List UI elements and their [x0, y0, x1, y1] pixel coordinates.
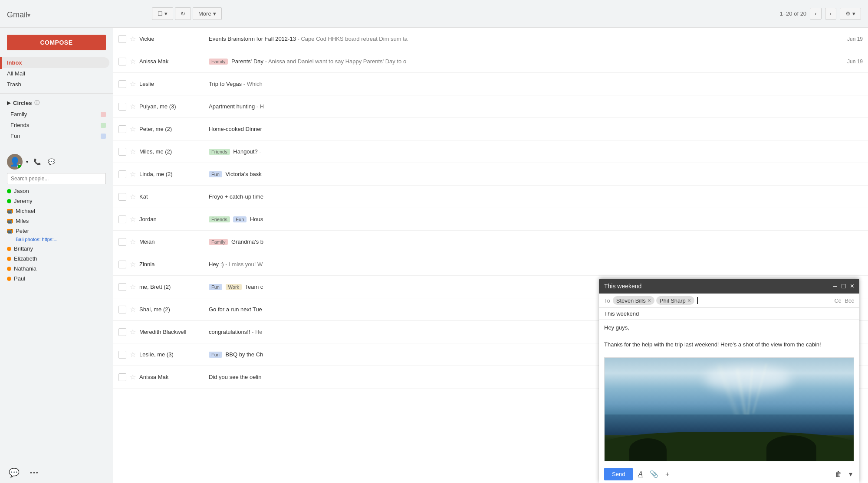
- contact-item-miles[interactable]: 📹 Miles: [0, 216, 113, 226]
- star-icon[interactable]: ☆: [130, 328, 136, 336]
- star-icon[interactable]: ☆: [130, 373, 136, 381]
- fun-dot: [101, 134, 106, 139]
- star-icon[interactable]: ☆: [130, 215, 136, 223]
- gmail-logo[interactable]: Gmail▾: [7, 8, 30, 20]
- next-page-btn[interactable]: ›: [825, 8, 836, 20]
- star-icon[interactable]: ☆: [130, 102, 136, 111]
- email-checkbox[interactable]: [118, 148, 126, 156]
- contact-item-jeremy[interactable]: Jeremy: [0, 196, 113, 206]
- contact-item-jason[interactable]: Jason: [0, 186, 113, 196]
- phone-icon-btn[interactable]: 📞: [32, 157, 43, 167]
- compose-subject-input[interactable]: [604, 310, 854, 317]
- more-btn[interactable]: More ▾: [193, 7, 222, 20]
- sidebar: COMPOSE Inbox All Mail Trash ▶ Circles ⓘ…: [0, 28, 113, 483]
- avatar-row: 👤 ▾ 📞 💬: [0, 152, 113, 171]
- email-sender: Leslie: [139, 81, 209, 87]
- table-row[interactable]: ☆ Meian Family Grandma's b: [113, 231, 868, 253]
- paul-status-icon: [7, 277, 11, 281]
- star-icon[interactable]: ☆: [130, 260, 136, 268]
- sidebar-item-friends[interactable]: Friends: [0, 120, 113, 131]
- contact-item-brittany[interactable]: Brittany: [0, 244, 113, 254]
- minimize-btn[interactable]: –: [833, 282, 837, 290]
- table-row[interactable]: ☆ Puiyan, me (3) Apartment hunting - H: [113, 95, 868, 118]
- sidebar-item-all-mail[interactable]: All Mail: [0, 68, 109, 79]
- sidebar-item-family[interactable]: Family: [0, 109, 113, 120]
- sidebar-item-trash[interactable]: Trash: [0, 79, 109, 90]
- star-icon[interactable]: ☆: [130, 57, 136, 65]
- select-checkbox-btn[interactable]: ☐ ▾: [152, 7, 173, 20]
- table-row[interactable]: ☆ Vickie Events Brainstorm for Fall 2012…: [113, 28, 868, 50]
- email-checkbox[interactable]: [118, 283, 126, 291]
- remove-steven-btn[interactable]: ×: [648, 297, 651, 304]
- compose-button[interactable]: COMPOSE: [7, 35, 106, 50]
- table-row[interactable]: ☆ Peter, me (2) Home-cooked Dinner: [113, 118, 868, 140]
- email-checkbox[interactable]: [118, 306, 126, 313]
- contact-item-michael[interactable]: 📹 Michael: [0, 206, 113, 216]
- contact-name-nathania: Nathania: [14, 265, 36, 272]
- table-row[interactable]: ☆ Zinnia Hey :) - I miss you! W: [113, 253, 868, 276]
- gmail-logo-text: Gmail: [7, 10, 27, 19]
- star-icon[interactable]: ☆: [130, 35, 136, 43]
- circles-header[interactable]: ▶ Circles ⓘ: [0, 97, 113, 109]
- contact-name-jeremy: Jeremy: [14, 198, 33, 204]
- email-checkbox[interactable]: [118, 215, 126, 223]
- chat-icon-btn[interactable]: 💬: [46, 157, 57, 167]
- chat-panel-btn[interactable]: 💬: [7, 466, 21, 480]
- email-checkbox[interactable]: [118, 328, 126, 336]
- contact-item-paul[interactable]: Paul: [0, 274, 113, 284]
- email-checkbox[interactable]: [118, 103, 126, 111]
- contact-item-elizabeth[interactable]: Elizabeth: [0, 254, 113, 264]
- more-compose-btn[interactable]: ▾: [847, 468, 854, 480]
- star-icon[interactable]: ☆: [130, 283, 136, 291]
- cloud: [704, 366, 791, 392]
- gmail-dropdown-arrow: ▾: [27, 12, 30, 19]
- remove-phil-btn[interactable]: ×: [687, 297, 691, 304]
- sidebar-item-inbox[interactable]: Inbox: [0, 57, 109, 68]
- settings-btn[interactable]: ⚙ ▾: [840, 8, 861, 20]
- contact-item-peter[interactable]: 📹 Peter Bali photos: https:...: [0, 226, 113, 244]
- maximize-btn[interactable]: □: [842, 282, 846, 290]
- to-label: To: [604, 297, 610, 304]
- star-icon[interactable]: ☆: [130, 80, 136, 88]
- email-checkbox[interactable]: [118, 261, 126, 268]
- star-icon[interactable]: ☆: [130, 238, 136, 246]
- search-people-input[interactable]: [7, 173, 106, 184]
- email-checkbox[interactable]: [118, 80, 126, 88]
- format-text-btn[interactable]: A: [636, 469, 644, 480]
- star-icon[interactable]: ☆: [130, 305, 136, 313]
- contact-item-nathania[interactable]: Nathania: [0, 264, 113, 274]
- attach-file-btn[interactable]: 📎: [648, 468, 660, 480]
- compose-header[interactable]: This weekend – □ ×: [599, 279, 859, 294]
- star-icon[interactable]: ☆: [130, 350, 136, 359]
- table-row[interactable]: ☆ Miles, me (2) Friends Hangout? -: [113, 140, 868, 163]
- close-compose-btn[interactable]: ×: [850, 282, 854, 290]
- email-checkbox[interactable]: [118, 58, 126, 65]
- more-options-btn[interactable]: •••: [28, 467, 41, 478]
- delete-compose-btn[interactable]: 🗑: [835, 470, 842, 478]
- email-checkbox[interactable]: [118, 373, 126, 381]
- compose-body[interactable]: Hey guys, Thanks for the help with the t…: [599, 320, 859, 465]
- star-icon[interactable]: ☆: [130, 193, 136, 201]
- email-checkbox[interactable]: [118, 193, 126, 201]
- bcc-btn[interactable]: Bcc: [845, 297, 854, 304]
- table-row[interactable]: ☆ Anissa Mak Family Parents' Day - Aniss…: [113, 50, 868, 73]
- email-checkbox[interactable]: [118, 238, 126, 246]
- email-checkbox[interactable]: [118, 125, 126, 133]
- email-checkbox[interactable]: [118, 170, 126, 178]
- email-checkbox[interactable]: [118, 351, 126, 359]
- table-row[interactable]: ☆ Leslie Trip to Vegas - Which: [113, 73, 868, 95]
- table-row[interactable]: ☆ Linda, me (2) Fun Victoria's bask: [113, 163, 868, 186]
- sidebar-item-fun[interactable]: Fun: [0, 131, 113, 141]
- star-icon[interactable]: ☆: [130, 125, 136, 133]
- table-row[interactable]: ☆ Jordan Friends Fun Hous: [113, 208, 868, 231]
- prev-page-btn[interactable]: ‹: [810, 8, 821, 20]
- star-icon[interactable]: ☆: [130, 147, 136, 156]
- email-checkbox[interactable]: [118, 35, 126, 43]
- refresh-btn[interactable]: ↻: [175, 7, 191, 20]
- table-row[interactable]: ☆ Kat Froyo + catch-up time: [113, 186, 868, 208]
- insert-link-btn[interactable]: +: [664, 469, 671, 480]
- cc-btn[interactable]: Cc: [834, 297, 841, 304]
- header: Gmail▾ ☐ ▾ ↻ More ▾ 1–20 of 20 ‹ › ⚙ ▾: [0, 0, 868, 28]
- send-button[interactable]: Send: [604, 468, 633, 480]
- star-icon[interactable]: ☆: [130, 170, 136, 178]
